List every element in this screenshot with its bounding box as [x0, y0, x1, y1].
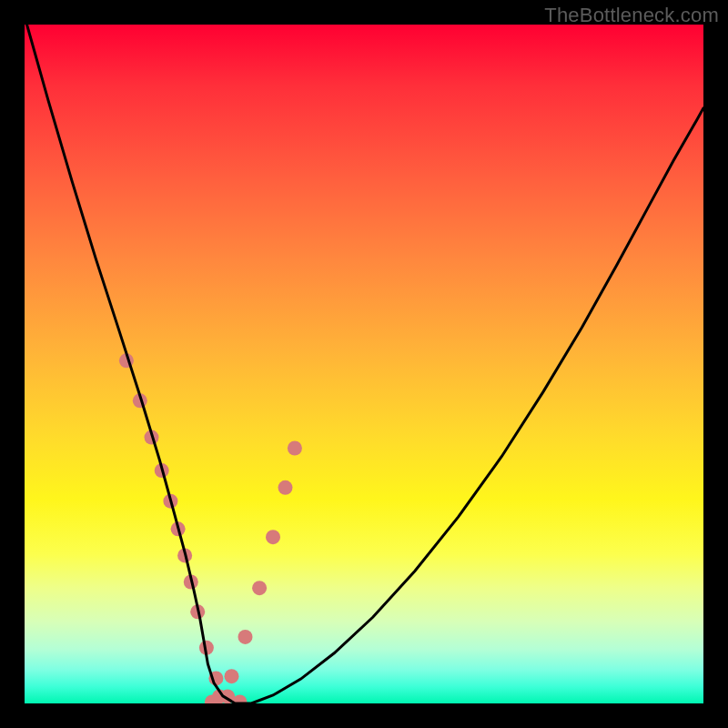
dot-marker	[278, 480, 293, 495]
dot-marker	[252, 581, 267, 595]
outer-frame: TheBottleneck.com	[0, 0, 728, 728]
watermark-text: TheBottleneck.com	[544, 4, 719, 27]
dot-marker	[288, 441, 302, 456]
dot-marker	[225, 669, 239, 683]
dot-marker	[238, 630, 253, 644]
chart-plot-area	[25, 25, 703, 703]
dots-group	[119, 353, 302, 703]
chart-svg	[25, 25, 703, 703]
dot-marker	[266, 530, 280, 544]
